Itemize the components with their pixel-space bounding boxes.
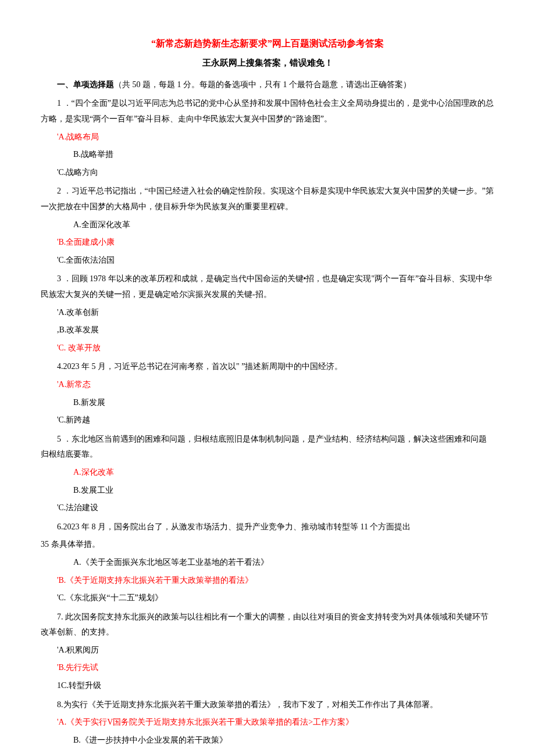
q4-option-c: 'C.新跨越 (41, 413, 494, 428)
q6-option-a: A.《关于全面振兴东北地区等老工业基地的若干看法》 (41, 555, 494, 571)
section-header: 一、单项选择题（共 50 题，每题 1 分。每题的备选项中，只有 1 个最符合题… (41, 77, 494, 93)
question-6-line2: 35 条具体举措。 (41, 537, 494, 553)
q2-option-b: 'B.全面建成小康 (41, 235, 494, 250)
question-2: 2 ．习近平总书记指出，“中国已经进入社会的确定性阶段。实现这个目标是实现中华民… (41, 184, 494, 214)
q7-option-c: 1C.转型升级 (41, 678, 494, 694)
q1-option-c: 'C.战略方向 (41, 165, 494, 181)
question-8: 8.为实行《关于近期支持东北振兴若干重大政策举措的看法》，我市下发了，对相关工作… (41, 697, 494, 713)
q5-option-b: B.发展工业 (41, 483, 494, 499)
question-7: 7. 此次国务院支持东北振兴的政策与以往相比有一个重大的调整，由以往对项目的资金… (41, 610, 494, 640)
q8-option-a: 'A.《关于实行V国务院关于近期支持东北振兴若干重大政策举措的看法>工作方案》 (41, 715, 494, 730)
question-1: 1 ．“四个全面”是以习近平同志为总书记的党中心从坚持和发展中国特色社会主义全局… (41, 96, 494, 127)
page-title-sub: 王永跃网上搜集答案，错误难免！ (41, 55, 494, 71)
page-title-main: “新常态新趋势新生态新要求”网上百题测试活动参考答案 (41, 35, 494, 52)
question-6-line1: 6.2023 年 8 月，国务院出台了，从激发市场活力、提升产业竞争力、推动城市… (41, 519, 494, 535)
question-5: 5 ．东北地区当前遇到的困难和问题，归根结底照旧是体制机制问题，是产业结构、经济… (41, 432, 494, 463)
section-header-rest: （共 50 题，每题 1 分。每题的备选项中，只有 1 个最符合题意，请选出正确… (114, 80, 411, 89)
q2-option-a: A.全面深化改革 (41, 217, 494, 233)
question-4: 4.2023 年 5 月，习近平总书记在河南考察，首次以" ”描述新周期中的中国… (41, 359, 494, 375)
question-3: 3 ．回顾 1978 年以来的改革历程和成就，是确定当代中国命运的关键•招，也是… (41, 271, 494, 302)
q4-option-a: 'A.新常态 (41, 377, 494, 393)
q2-option-c: 'C.全面依法治国 (41, 253, 494, 268)
q1-option-a: 'A.战略布局 (41, 130, 494, 145)
q5-option-c: 'C.法治建设 (41, 500, 494, 516)
q6-option-b: 'B.《关于近期支持东北振兴若干重大政策举措的看法》 (41, 573, 494, 589)
q1-option-b: B.战略举措 (41, 147, 494, 163)
q5-option-a: A.深化改革 (41, 465, 494, 481)
q3-option-c: 'C. 改革开放 (41, 341, 494, 356)
q6-option-c: 'C.《东北振兴“十二五”规划》 (41, 590, 494, 606)
q8-option-b: B.《进一步扶持中小企业发展的若干政策》 (41, 733, 494, 748)
section-header-bold: 一、单项选择题 (57, 80, 114, 89)
q7-option-a: 'A.积累阅历 (41, 643, 494, 658)
q4-option-b: B.新发展 (41, 395, 494, 411)
q3-option-b: ,B.改革发展 (41, 323, 494, 338)
q3-option-a: 'A.改革创新 (41, 305, 494, 321)
q7-option-b: 'B.先行先试 (41, 660, 494, 676)
